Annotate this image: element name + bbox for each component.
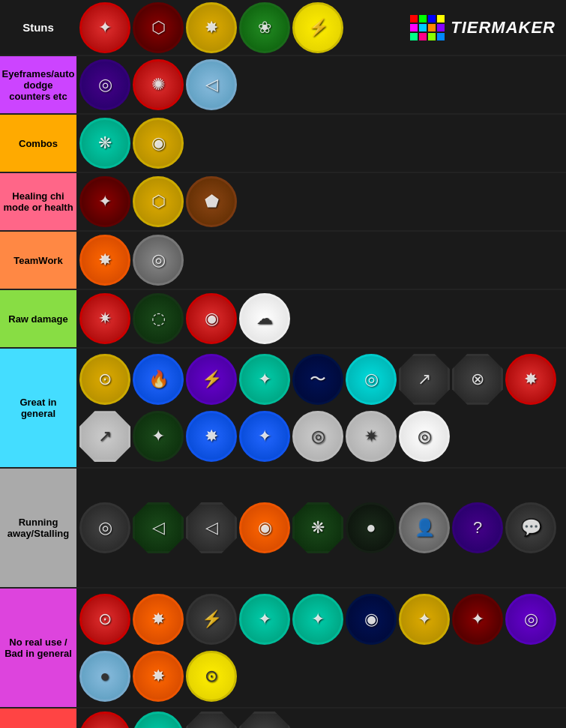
tier-running: Running away/Stalling ◎ ◁ ◁ ◉ ❋ ● 👤 ? 💬: [0, 469, 566, 589]
brand-pixel: [410, 15, 418, 22]
brand-pixel: [419, 24, 427, 31]
tier-content-healing: ✦ ⬡ ⬟: [76, 173, 566, 230]
tier-healing: Healing chi mode or health ✦ ⬡ ⬟: [0, 173, 566, 232]
icon-nru-7: ✦: [399, 594, 450, 645]
icon-eyeframe-2: ✺: [133, 59, 184, 110]
tier-label-teamwork: TeamWork: [0, 232, 76, 289]
tier-label-eyeframes: Eyeframes/auto dodge counters etc: [0, 56, 76, 113]
tier-raw-damage: Raw damage ✷ ◌ ◉ ☁: [0, 290, 566, 349]
icon-eyeframe-3: ◁: [186, 59, 237, 110]
tier-content-great-general: ⊙ 🔥 ⚡ ✦ 〜 ◎ ↗ ⊗ ✸ ↗ ✦ ✸ ✦ ◎ ✷ ◎: [76, 349, 566, 467]
icon-healing-1: ✦: [79, 176, 130, 227]
icon-healing-3: ⬟: [186, 176, 237, 227]
icon-great-15: ✷: [346, 411, 397, 462]
tier-no-real-use: No real use / Bad in general ⊙ ✸ ⚡ ✦ ✦ ◉…: [0, 589, 566, 709]
tier-label-no-real-use: No real use / Bad in general: [0, 589, 76, 707]
icon-run-3: ◁: [186, 502, 237, 553]
tier-content-op-asf: ✦ ◉ — ↗: [76, 709, 566, 728]
icon-stun-5: ⚡: [292, 2, 343, 53]
icon-stun-2: ⬡: [133, 2, 184, 53]
icon-run-7: 👤: [399, 502, 450, 553]
icon-great-12: ✸: [186, 411, 237, 462]
brand-pixel: [428, 33, 436, 40]
brand-pixel: [410, 33, 418, 40]
header-row: Stuns ✦ ⬡ ✸ ❀ ⚡: [0, 0, 566, 56]
icon-op-1: ✦: [79, 712, 130, 728]
brand-grid: [410, 15, 445, 40]
icon-great-1: ⊙: [79, 354, 130, 405]
icon-nru-1: ⊙: [79, 594, 130, 645]
icon-great-16: ◎: [399, 411, 450, 462]
tier-eyeframes: Eyeframes/auto dodge counters etc ◎ ✺ ◁: [0, 56, 566, 115]
icon-combo-2: ◉: [133, 118, 184, 169]
icon-nru-6: ◉: [346, 594, 397, 645]
tier-content-raw-damage: ✷ ◌ ◉ ☁: [76, 290, 566, 347]
icon-run-8: ?: [452, 502, 503, 553]
tier-content-running: ◎ ◁ ◁ ◉ ❋ ● 👤 ? 💬: [76, 469, 566, 587]
icon-great-13: ✦: [239, 411, 290, 462]
tier-label-great-general: Great in general: [0, 349, 76, 467]
icon-teamwork-1: ✸: [79, 235, 130, 286]
icon-op-3: —: [186, 712, 237, 728]
tier-great-general: Great in general ⊙ 🔥 ⚡ ✦ 〜 ◎ ↗ ⊗ ✸ ↗ ✦ ✸…: [0, 349, 566, 469]
icon-run-1: ◎: [79, 502, 130, 553]
tier-label-healing: Healing chi mode or health: [0, 173, 76, 230]
icon-teamwork-2: ◎: [133, 235, 184, 286]
icon-great-7: ↗: [399, 354, 450, 405]
icon-healing-2: ⬡: [133, 176, 184, 227]
brand-pixel: [428, 15, 436, 22]
icon-run-4: ◉: [239, 502, 290, 553]
icon-raw-4: ☁: [239, 293, 290, 344]
brand-pixel: [437, 15, 445, 22]
icon-nru-10: ●: [79, 651, 130, 702]
tier-combos: Combos ❋ ◉: [0, 115, 566, 173]
tier-content-eyeframes: ◎ ✺ ◁: [76, 56, 566, 113]
icon-great-11: ✦: [133, 411, 184, 462]
tier-label-op-asf: OP ASF GODLY: [0, 709, 76, 728]
tier-content-no-real-use: ⊙ ✸ ⚡ ✦ ✦ ◉ ✦ ✦ ◎ ● ✸ ⊙: [76, 589, 566, 707]
icon-great-4: ✦: [239, 354, 290, 405]
tier-teamwork: TeamWork ✸ ◎: [0, 232, 566, 290]
icon-combo-1: ❋: [79, 118, 130, 169]
tier-content-teamwork: ✸ ◎: [76, 232, 566, 289]
header-icons: ✦ ⬡ ✸ ❀ ⚡: [76, 0, 566, 55]
brand-pixel: [410, 24, 418, 31]
icon-op-4: ↗: [239, 712, 290, 728]
icon-great-10: ↗: [79, 411, 130, 462]
brand-pixel: [437, 24, 445, 31]
icon-great-8: ⊗: [452, 354, 503, 405]
brand-pixel: [419, 33, 427, 40]
icon-stun-3: ✸: [186, 2, 237, 53]
icon-nru-8: ✦: [452, 594, 503, 645]
icon-nru-2: ✸: [133, 594, 184, 645]
brand-pixel: [419, 15, 427, 22]
icon-raw-1: ✷: [79, 293, 130, 344]
icon-raw-3: ◉: [186, 293, 237, 344]
icon-great-6: ◎: [346, 354, 397, 405]
brand-pixel: [428, 24, 436, 31]
tier-content-combos: ❋ ◉: [76, 115, 566, 172]
brand-text: TiERMAKER: [451, 18, 556, 37]
tiermaker-container: Stuns ✦ ⬡ ✸ ❀ ⚡: [0, 0, 566, 728]
icon-nru-5: ✦: [292, 594, 343, 645]
icon-nru-11: ✸: [133, 651, 184, 702]
tier-op-asf: OP ASF GODLY ✦ ◉ — ↗: [0, 709, 566, 728]
icon-stun-4: ❀: [239, 2, 290, 53]
icon-run-5: ❋: [292, 502, 343, 553]
brand: TiERMAKER: [410, 15, 563, 40]
icon-raw-2: ◌: [133, 293, 184, 344]
icon-op-2: ◉: [133, 712, 184, 728]
icon-great-3: ⚡: [186, 354, 237, 405]
header-label: Stuns: [0, 0, 76, 55]
tier-label-combos: Combos: [0, 115, 76, 172]
icon-nru-12: ⊙: [186, 651, 237, 702]
tier-label-running: Running away/Stalling: [0, 469, 76, 587]
icon-great-2: 🔥: [133, 354, 184, 405]
stuns-label: Stuns: [22, 21, 54, 34]
icon-eyeframe-1: ◎: [79, 59, 130, 110]
icon-run-2: ◁: [133, 502, 184, 553]
icon-great-14: ◎: [292, 411, 343, 462]
icon-great-9: ✸: [505, 354, 556, 405]
icon-nru-9: ◎: [505, 594, 556, 645]
icon-stun-1: ✦: [79, 2, 130, 53]
